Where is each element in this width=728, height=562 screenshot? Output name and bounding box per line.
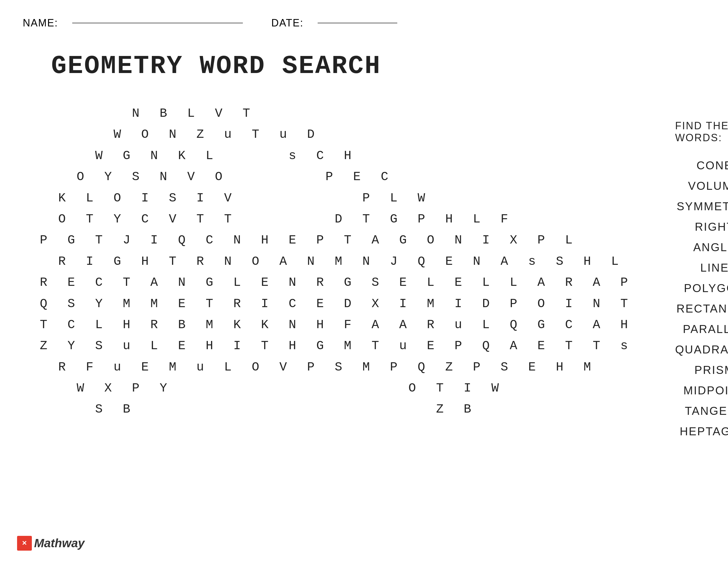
mathway-logo-text: Mathway [34, 536, 84, 550]
list-item: PARALLEL [675, 319, 728, 339]
list-item: MIDPOINT [675, 380, 728, 401]
name-label: NAME: [23, 17, 58, 29]
list-item: TANGENT [675, 401, 728, 421]
list-item: ANGLE [675, 237, 728, 258]
page-title: GEOMETRY WORD SEARCH [51, 52, 630, 81]
grid-row: O T Y C V T T D T G P H L F [40, 209, 630, 229]
list-item: RECTANGLE [675, 298, 728, 319]
main-content: GEOMETRY WORD SEARCH N B L V T W O N Z u… [23, 52, 705, 506]
grid-row: W O N Z u T u D [40, 125, 630, 144]
list-item: HEPTAGON [675, 421, 728, 441]
list-item: SYMMETRIC [675, 196, 728, 217]
grid-row: R F u E M u L O V P S M P Q Z P S E H M [40, 357, 630, 377]
header: NAME: DATE: [23, 17, 705, 29]
logo-icon-letter: × [22, 539, 27, 548]
list-item: RIGHT [675, 217, 728, 237]
grid-row: S B Z B [40, 399, 630, 419]
grid-row: N B L V T [40, 103, 630, 123]
grid-row: W G N K L s C H [40, 146, 630, 166]
left-section: GEOMETRY WORD SEARCH N B L V T W O N Z u… [23, 52, 647, 506]
grid-row: W X P Y O T I W [40, 378, 630, 398]
list-item: CONE [675, 155, 728, 176]
grid-row: K L O I S I V P L W [40, 188, 630, 208]
list-item: PRISM [675, 360, 728, 380]
grid-row: R E C T A N G L E N R G S E L E L L A R … [40, 273, 630, 292]
list-item: QUADRANTS [675, 339, 728, 360]
date-label: DATE: [271, 17, 303, 29]
grid-row: R I G H T R N O A N M N J Q E N A s S H … [40, 252, 630, 272]
mathway-logo-icon: × [17, 536, 32, 551]
grid-row: Z Y S u L E H I T H G M T u E P Q A E T … [40, 336, 630, 356]
find-words-heading: FIND THESE WORDS: [675, 120, 728, 144]
word-list: CONE VOLUME SYMMETRIC RIGHT ANGLE LINE P… [675, 155, 728, 441]
grid-row: O Y S N V O P E C [40, 167, 630, 187]
list-item: LINE [675, 258, 728, 278]
word-search-grid: N B L V T W O N Z u T u D W G N K L s C … [40, 103, 630, 419]
grid-row: T C L H R B M K K N H F A A R u L Q G C … [40, 315, 630, 335]
list-item: VOLUME [675, 176, 728, 196]
name-input-line [72, 23, 243, 23]
logo-area: × Mathway [17, 536, 84, 551]
page: NAME: DATE: GEOMETRY WORD SEARCH N B L V… [0, 0, 728, 562]
list-item: POLYGON [675, 278, 728, 298]
right-section: FIND THESE WORDS: CONE VOLUME SYMMETRIC … [669, 52, 728, 506]
grid-row: P G T J I Q C N H E P T A G O N I X P L [40, 230, 630, 250]
date-input-line [318, 23, 397, 23]
grid-row: Q S Y M M E T R I C E D X I M I D P O I … [40, 294, 630, 314]
